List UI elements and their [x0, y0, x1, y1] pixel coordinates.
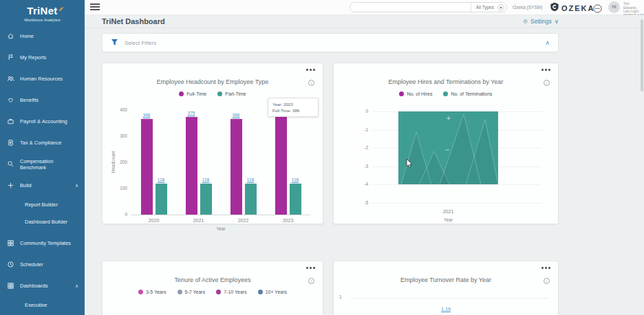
legend-item-10-years[interactable]: 10+ Years: [258, 290, 287, 294]
terminations-area[interactable]: [398, 111, 498, 184]
sidebar-item-label: Human Resources: [20, 76, 63, 82]
grid-icon: [6, 282, 14, 290]
bar-value-link[interactable]: 118: [195, 177, 216, 182]
legend-label: 10+ Years: [266, 290, 287, 294]
info-icon[interactable]: [544, 278, 550, 284]
sidebar-item-compensation-benchmark[interactable]: Compensation Benchmark: [0, 153, 85, 175]
sidebar-item-tax-compliance[interactable]: Tax & Compliance: [0, 132, 85, 153]
y-tick-label: -1: [352, 127, 368, 132]
sidebar-item-scheduler[interactable]: Scheduler: [0, 254, 85, 275]
sidebar-item-executive[interactable]: Executive: [0, 296, 85, 314]
sidebar-item-community-templates[interactable]: Community Templates: [0, 232, 85, 254]
sidebar-item-label: Dashboard Builder: [25, 219, 67, 225]
bar-value-link[interactable]: 366: [136, 113, 157, 118]
scrollbar-thumb[interactable]: [641, 19, 643, 91]
bar-value-link[interactable]: 118: [285, 177, 305, 182]
chart-card-turnover: Employee Turnover Rate by Year 1 1.19: [333, 261, 559, 315]
y-axis-title: Headcount: [111, 151, 116, 173]
legend-dot: [217, 91, 222, 96]
sidebar-item-label: Community Templates: [20, 240, 71, 246]
legend-item-no-of-hires[interactable]: No. of Hires: [399, 91, 432, 96]
y-tick-label: -3: [352, 164, 368, 169]
chart-tooltip: Year: 2023 Full-Time: 386: [268, 98, 319, 117]
legend-item-full-time[interactable]: Full-Time: [179, 91, 206, 96]
bar-full-time[interactable]: [141, 119, 153, 215]
legend-item-3-5-years[interactable]: 3-5 Years: [138, 290, 167, 294]
chevron-up-icon[interactable]: ∧: [75, 283, 78, 289]
info-icon[interactable]: [308, 80, 314, 86]
chevron-up-icon[interactable]: ∧: [75, 183, 78, 188]
gridline: [372, 184, 541, 185]
chart-legend: 3-5 Years5-7 Years7-10 Years10+ Years: [103, 290, 323, 294]
sidebar-item-label: My Reports: [20, 54, 46, 61]
sidebar-item-my-reports[interactable]: My Reports: [0, 47, 85, 68]
legend-item-no-of-terminations[interactable]: No. of Terminations: [443, 91, 492, 96]
bar-full-time[interactable]: [230, 119, 242, 215]
page-title: TriNet Dashboard: [102, 17, 165, 25]
sidebar-item-dashboards[interactable]: Dashboards∧: [0, 275, 85, 296]
card-menu-icon[interactable]: [541, 267, 550, 269]
avatar[interactable]: TE: [608, 1, 620, 13]
chart-card-headcount: Employee Headcount by Employee Type Full…: [102, 63, 323, 224]
legend-label: No. of Hires: [407, 91, 432, 96]
x-axis-title: Year: [438, 217, 459, 222]
bar-part-time[interactable]: [245, 184, 257, 215]
clock-icon: [6, 261, 14, 268]
sidebar-item-home[interactable]: Home: [0, 25, 85, 47]
bar-full-time[interactable]: [186, 117, 197, 215]
sidebar-item-build[interactable]: Build∧: [0, 175, 85, 196]
x-tick-label: 2022: [230, 218, 257, 223]
document-icon: [6, 139, 14, 146]
sidebar-item-dashboard-builder[interactable]: Dashboard Builder: [0, 213, 85, 230]
legend-dot: [399, 91, 404, 96]
card-menu-icon[interactable]: [306, 69, 315, 71]
sidebar-item-payroll-accounting[interactable]: Payroll & Accounting: [0, 111, 85, 132]
chart-title: Tenure of Active Employees: [123, 276, 302, 283]
y-tick-label: 0: [111, 212, 127, 217]
chart-card-hires-terminations: Employee Hires and Terminations by Year …: [333, 63, 559, 224]
legend-item-5-7-years[interactable]: 5-7 Years: [178, 290, 206, 294]
legend-item-part-time[interactable]: Part-Time: [217, 91, 246, 96]
x-tick-label: 2021: [185, 218, 213, 223]
app-root: TriNet Workforce Analytics HomeMy Report…: [0, 0, 644, 315]
sidebar-item-label: Home: [20, 33, 34, 39]
card-menu-icon[interactable]: [306, 267, 315, 269]
legend-label: 3-5 Years: [146, 290, 167, 294]
data-point-label[interactable]: 1.19: [334, 307, 558, 312]
chart-title: Employee Turnover Rate by Year: [354, 276, 537, 283]
main-area: All Types ▼ Ozeka (SYSM) OZEKA TE Tom Ed…: [85, 0, 644, 315]
legend-item-7-10-years[interactable]: 7-10 Years: [216, 290, 246, 294]
chart-card-tenure: Tenure of Active Employees 3-5 Years5-7 …: [102, 261, 323, 315]
brand-name: OZEKA: [561, 4, 595, 12]
bar-value-link[interactable]: 118: [240, 177, 261, 182]
search-type-select[interactable]: All Types ▼: [471, 3, 506, 12]
menu-icon[interactable]: [90, 3, 100, 12]
templates-icon: [6, 239, 14, 247]
legend-label: Full-Time: [186, 91, 206, 96]
bar-value-link[interactable]: 118: [151, 177, 171, 182]
settings-label: Settings: [530, 18, 552, 25]
bar-part-time[interactable]: [290, 184, 301, 215]
help-icon[interactable]: [593, 3, 602, 16]
legend-label: 7-10 Years: [224, 290, 246, 294]
sidebar-item-benefits[interactable]: Benefits: [0, 89, 85, 111]
bar-part-time[interactable]: [200, 184, 212, 215]
search-input[interactable]: [350, 3, 471, 12]
bar-part-time[interactable]: [155, 184, 167, 215]
settings-button[interactable]: ⚙ Settings ∨: [523, 18, 559, 25]
legend-dot: [179, 91, 184, 96]
chevron-up-icon[interactable]: ∧: [545, 39, 550, 46]
sidebar-item-human-resources[interactable]: Human Resources: [0, 68, 85, 89]
tooltip-line2: Full-Time: 386: [272, 107, 314, 113]
sidebar-item-report-builder[interactable]: Report Builder: [0, 196, 85, 213]
app-logo: TriNet Workforce Analytics: [0, 0, 85, 23]
info-icon[interactable]: [544, 80, 550, 86]
bar-full-time[interactable]: [275, 113, 287, 215]
select-filters-bar[interactable]: Select Filters ∧: [102, 33, 559, 52]
bar-value-link[interactable]: 366: [226, 113, 246, 118]
info-icon[interactable]: [308, 278, 314, 284]
x-tick-label: 2020: [140, 218, 168, 223]
bar-value-link[interactable]: 375: [181, 111, 202, 116]
x-tick-label: 2023: [275, 218, 302, 223]
card-menu-icon[interactable]: [541, 69, 550, 71]
